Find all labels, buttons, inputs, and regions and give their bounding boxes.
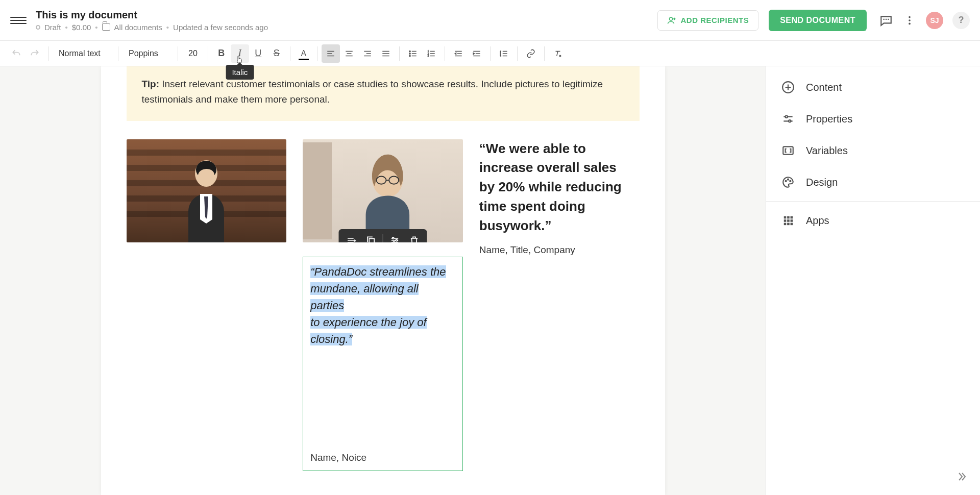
sliders-icon [780,111,796,127]
testimonial-byline-1: Name, Title, Company [479,244,640,256]
more-menu-icon[interactable] [902,13,917,28]
strikethrough-button[interactable]: S [267,44,286,63]
align-right-button[interactable] [358,44,377,63]
svg-point-20 [786,116,788,118]
chat-icon[interactable] [879,13,893,28]
sidebar-item-label: Content [806,82,842,93]
svg-rect-27 [787,216,790,219]
separator: • [65,23,68,32]
undo-button[interactable] [7,44,26,63]
sidebar-item-variables[interactable]: Variables [766,135,980,166]
person-silhouette-icon [303,139,463,242]
separator: • [95,23,97,32]
duplicate-block-button[interactable] [361,232,381,242]
svg-point-6 [409,55,410,56]
svg-rect-30 [787,219,790,222]
outdent-button[interactable] [449,44,468,63]
quote-line: to experience the joy of [310,316,426,329]
svg-rect-15 [369,238,374,242]
sidebar-item-label: Properties [806,113,852,125]
svg-point-25 [790,181,791,182]
link-button[interactable] [522,44,540,63]
redo-button[interactable] [26,44,44,63]
add-recipients-button[interactable]: ADD RECIPIENTS [657,10,758,31]
svg-point-18 [393,241,395,242]
svg-point-24 [788,179,789,180]
add-block-button[interactable] [342,232,361,242]
testimonial-quote-1: “We were able to increase overall sales … [479,139,640,235]
delete-block-button[interactable] [405,232,424,242]
underline-button[interactable]: U [249,44,267,63]
status-dot-icon [36,25,40,30]
add-recipients-label: ADD RECIPIENTS [680,16,749,24]
svg-rect-11 [303,142,332,239]
font-size-select[interactable]: 20 [182,49,204,58]
font-family-select[interactable]: Poppins [122,49,174,58]
add-person-icon [667,16,676,25]
svg-point-16 [393,237,394,239]
person-silhouette-icon [176,156,237,242]
block-floating-toolbar [339,229,427,242]
collapse-panel-button[interactable] [952,467,971,486]
align-justify-button[interactable] [377,44,395,63]
sidebar-item-label: Variables [806,145,848,157]
sidebar-item-content[interactable]: Content [766,71,980,103]
sidebar-item-properties[interactable]: Properties [766,103,980,135]
svg-point-5 [409,53,410,54]
testimonial-text-block[interactable]: “PandaDoc streamlines the mundane, allow… [303,257,463,471]
hamburger-menu-icon[interactable] [10,12,27,29]
svg-point-1 [909,16,911,18]
svg-point-21 [789,120,791,122]
sidebar-item-label: Design [806,177,838,188]
document-updated: Updated a few seconds ago [173,23,268,32]
align-left-button[interactable] [322,44,340,63]
italic-tooltip: Italic [226,65,254,80]
svg-text:3: 3 [427,54,429,57]
tip-callout: Tip: Insert relevant customer testimonia… [127,66,640,121]
bold-button[interactable]: B [212,44,231,63]
svg-point-23 [786,181,787,182]
svg-rect-33 [787,223,790,226]
indent-button[interactable] [468,44,486,63]
svg-rect-34 [791,223,793,226]
testimonial-photo-1[interactable] [127,139,287,242]
svg-point-17 [396,239,397,241]
sidebar-item-design[interactable]: Design [766,166,980,198]
bullet-list-button[interactable] [404,44,422,63]
svg-point-2 [909,19,911,21]
sidebar-item-apps[interactable]: Apps [766,205,980,236]
tip-label: Tip: [142,79,159,89]
tip-text-a: Insert relevant customer testimonials or… [159,79,401,89]
document-folder[interactable]: All documents [114,23,162,32]
svg-point-3 [909,22,911,24]
svg-rect-31 [791,219,793,222]
line-spacing-button[interactable] [495,44,513,63]
plus-circle-icon [780,80,796,95]
folder-icon [102,23,110,31]
clear-formatting-button[interactable] [549,44,567,63]
help-button[interactable]: ? [952,12,970,29]
testimonial-photo-2[interactable] [303,139,463,242]
numbered-list-button[interactable]: 123 [422,44,440,63]
document-status: Draft [44,23,61,32]
separator: • [166,23,169,32]
document-price: $0.00 [72,23,91,32]
align-center-button[interactable] [340,44,358,63]
quote-line: closing.” [310,333,352,345]
block-settings-button[interactable] [385,232,405,242]
sidebar-item-label: Apps [806,215,829,227]
svg-rect-26 [784,216,787,219]
quote-line: “PandaDoc streamlines the [310,265,446,278]
svg-rect-29 [784,219,787,222]
svg-rect-22 [783,146,793,154]
text-color-button[interactable]: A [295,44,313,63]
paragraph-style-select[interactable]: Normal text [53,49,114,58]
quote-line: mundane, allowing all parties [310,282,419,312]
avatar[interactable]: SJ [926,12,943,29]
brackets-icon [780,143,796,158]
document-title: This is my document [36,9,657,21]
apps-grid-icon [780,213,796,228]
send-document-button[interactable]: SEND DOCUMENT [769,10,867,31]
italic-button[interactable]: I Italic [231,44,249,63]
palette-icon [780,175,796,190]
